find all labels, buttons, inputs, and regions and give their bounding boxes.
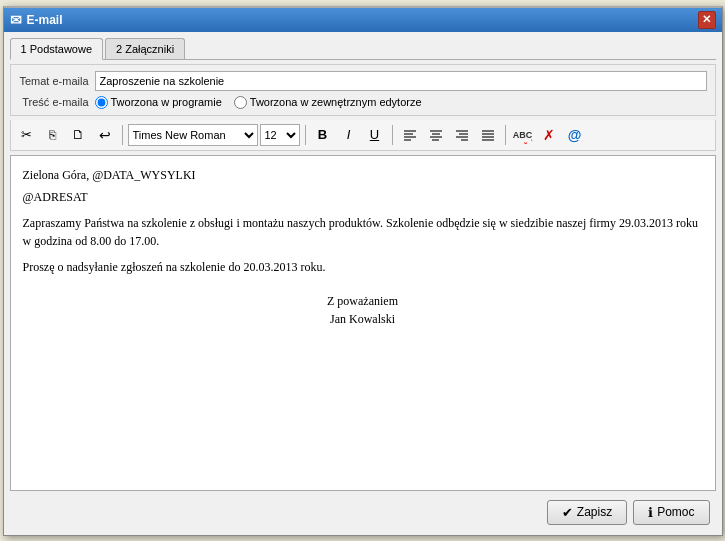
tab-bar: 1 Podstawowe 2 Załączniki <box>10 38 716 60</box>
italic-button[interactable]: I <box>337 123 361 147</box>
editor-area[interactable]: Zielona Góra, @DATA_WYSYLKI @ADRESAT Zap… <box>10 155 716 491</box>
window-icon: ✉ <box>10 12 22 28</box>
copy-icon <box>49 127 56 142</box>
paste-icon: 🗋 <box>72 127 85 142</box>
help-icon: ℹ <box>648 505 653 520</box>
align-center-icon <box>429 128 443 142</box>
save-button[interactable]: ✔ Zapisz <box>547 500 627 525</box>
underline-button[interactable]: U <box>363 123 387 147</box>
subject-label: Temat e-maila <box>19 75 89 87</box>
radio-editor-input[interactable] <box>234 96 247 109</box>
toolbar-sep-3 <box>392 125 393 145</box>
spell-check-button[interactable]: ABC <box>511 123 535 147</box>
align-right-icon <box>455 128 469 142</box>
cut-icon <box>21 127 32 142</box>
editor-paragraph-2: Proszę o nadsyłanie zgłoszeń na szkoleni… <box>23 258 703 276</box>
editor-sign-line-2: Jan Kowalski <box>23 310 703 328</box>
title-bar: ✉ E-mail ✕ <box>4 8 722 32</box>
align-right-button[interactable] <box>450 123 474 147</box>
title-bar-left: ✉ E-mail <box>10 12 63 28</box>
editor-signature: Z poważaniem Jan Kowalski <box>23 292 703 328</box>
clear-format-button[interactable]: ✗ <box>537 123 561 147</box>
tab-basic[interactable]: 1 Podstawowe <box>10 38 104 60</box>
content-row: Treść e-maila Tworzona w programie Tworz… <box>19 96 707 109</box>
email-window: ✉ E-mail ✕ 1 Podstawowe 2 Załączniki Tem… <box>3 6 723 536</box>
copy-button[interactable] <box>41 123 65 147</box>
undo-button[interactable] <box>93 123 117 147</box>
editor-addressee: @ADRESAT <box>23 188 703 206</box>
help-button[interactable]: ℹ Pomoc <box>633 500 709 525</box>
spell-check-icon: ABC <box>513 130 533 140</box>
undo-icon <box>99 127 111 143</box>
radio-editor[interactable]: Tworzona w zewnętrznym edytorze <box>234 96 422 109</box>
close-button[interactable]: ✕ <box>698 11 716 29</box>
insert-link-icon: @ <box>568 127 582 143</box>
justify-button[interactable] <box>476 123 500 147</box>
editor-paragraph-1: Zapraszamy Państwa na szkolenie z obsług… <box>23 214 703 250</box>
subject-input[interactable] <box>95 71 707 91</box>
cut-button[interactable] <box>15 123 39 147</box>
save-icon: ✔ <box>562 505 573 520</box>
font-size-select[interactable]: 12 891011 14161820 22242836 <box>260 124 300 146</box>
bottom-bar: ✔ Zapisz ℹ Pomoc <box>10 495 716 529</box>
radio-program[interactable]: Tworzona w programie <box>95 96 222 109</box>
tab-attachments[interactable]: 2 Załączniki <box>105 38 185 59</box>
font-name-select[interactable]: Times New Roman <box>128 124 258 146</box>
help-label: Pomoc <box>657 505 694 519</box>
content-radio-group: Tworzona w programie Tworzona w zewnętrz… <box>95 96 707 109</box>
content-label: Treść e-maila <box>19 96 89 108</box>
insert-link-button[interactable]: @ <box>563 123 587 147</box>
justify-icon <box>481 128 495 142</box>
editor-toolbar: 🗋 Times New Roman 12 891011 14161820 222… <box>10 120 716 151</box>
align-left-button[interactable] <box>398 123 422 147</box>
toolbar-sep-4 <box>505 125 506 145</box>
align-center-button[interactable] <box>424 123 448 147</box>
form-section: Temat e-maila Treść e-maila Tworzona w p… <box>10 64 716 116</box>
align-left-icon <box>403 128 417 142</box>
save-label: Zapisz <box>577 505 612 519</box>
window-title: E-mail <box>27 13 63 27</box>
editor-greeting: Zielona Góra, @DATA_WYSYLKI <box>23 166 703 184</box>
window-body: 1 Podstawowe 2 Załączniki Temat e-maila … <box>4 32 722 535</box>
radio-program-label: Tworzona w programie <box>111 96 222 108</box>
editor-sign-line-1: Z poważaniem <box>23 292 703 310</box>
clear-format-icon: ✗ <box>543 127 555 143</box>
subject-row: Temat e-maila <box>19 71 707 91</box>
radio-program-input[interactable] <box>95 96 108 109</box>
bold-button[interactable]: B <box>311 123 335 147</box>
paste-button[interactable]: 🗋 <box>67 123 91 147</box>
toolbar-sep-1 <box>122 125 123 145</box>
toolbar-sep-2 <box>305 125 306 145</box>
radio-editor-label: Tworzona w zewnętrznym edytorze <box>250 96 422 108</box>
